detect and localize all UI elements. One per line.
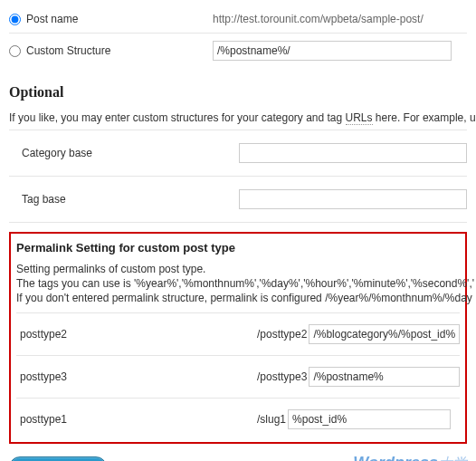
cpt-label: posttype3 [16,370,257,383]
optional-helper-text: If you like, you may enter custom struct… [9,111,467,124]
radio-post-name-label: Post name [26,13,78,25]
category-base-input[interactable] [239,143,467,163]
tag-base-label: Tag base [14,193,239,206]
tag-base-input[interactable] [239,189,467,209]
tag-base-row: Tag base [9,177,467,223]
cpt-label: posttype1 [16,413,257,426]
cpt-prefix: /posttype3 [257,370,309,383]
radio-custom-structure[interactable] [9,45,21,57]
save-button[interactable]: Save Changes [9,456,107,461]
watermark-logo: Wordpress大学 daxue.com [353,457,467,462]
cpt-permalink-box: Permalink Setting for custom post type S… [9,232,467,444]
optional-heading: Optional [9,84,467,101]
cpt-input-posttype2[interactable] [309,324,460,344]
cpt-label: posttype2 [16,328,257,341]
permalink-option-custom: Custom Structure [9,34,467,68]
category-base-row: Category base [9,130,467,177]
permalink-option-post-name: Post name http://test.torounit.com/wpbet… [9,5,467,34]
post-name-sample-url: http://test.torounit.com/wpbeta/sample-p… [213,13,424,25]
cpt-row-posttype1: posttype1 /slug1 [16,398,460,440]
custom-structure-input[interactable] [213,41,452,61]
cpt-heading: Permalink Setting for custom post type [16,241,460,255]
radio-post-name[interactable] [9,14,21,25]
cpt-input-posttype3[interactable] [309,367,460,387]
cpt-row-posttype2: posttype2 /posttype2 [16,312,460,355]
category-base-label: Category base [14,147,239,159]
cpt-prefix: /posttype2 [257,328,309,341]
cpt-row-posttype3: posttype3 /posttype3 [16,355,460,398]
cpt-prefix: /slug1 [257,413,288,426]
cpt-input-posttype1[interactable] [288,409,451,429]
urls-link[interactable]: URLs [346,111,373,125]
radio-custom-structure-label: Custom Structure [26,44,110,57]
cpt-description: Setting permalinks of custom post type. … [16,262,460,305]
